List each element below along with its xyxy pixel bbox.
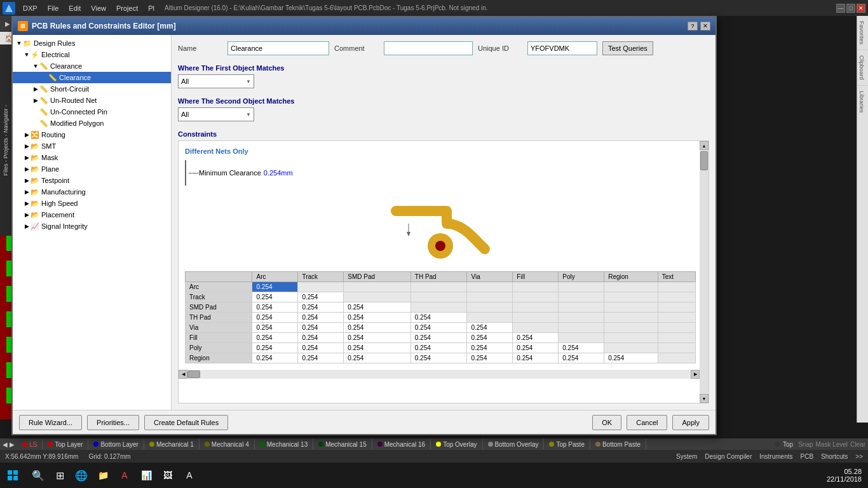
h-scroll-track[interactable] [187, 370, 691, 379]
layer-tab-bottom[interactable]: Bottom Layer [88, 439, 144, 449]
table-cell[interactable] [604, 282, 658, 292]
tree-clearance-item[interactable]: 📏 Clearance [13, 72, 171, 83]
table-cell[interactable] [467, 313, 513, 323]
table-cell[interactable]: 0.254 [298, 302, 344, 313]
table-cell[interactable] [298, 282, 344, 292]
table-cell[interactable]: 0.254 [559, 353, 604, 363]
table-cell[interactable]: 0.254 [252, 343, 298, 353]
table-cell[interactable]: 0.254 [467, 323, 513, 333]
table-cell[interactable] [410, 292, 467, 302]
layer-tab-mech4[interactable]: Mechanical 4 [200, 439, 255, 449]
first-object-dropdown[interactable]: All ▼ [178, 74, 254, 88]
tree-electrical[interactable]: ▼ ⚡ Electrical [13, 49, 171, 60]
v-scroll-thumb[interactable] [700, 151, 708, 170]
h-scroll-left-btn[interactable]: ◀ [179, 370, 187, 379]
start-button[interactable] [0, 463, 25, 488]
layer-tab-ls[interactable]: ■ LS [17, 439, 43, 449]
taskbar-edge[interactable]: 🌐 [71, 465, 92, 485]
table-cell[interactable] [604, 302, 658, 313]
layer-tab-botoverlay[interactable]: Bottom Overlay [483, 439, 545, 449]
table-cell[interactable]: 0.254 [410, 323, 467, 333]
table-cell[interactable]: 0.254 [252, 282, 298, 292]
table-cell[interactable] [559, 333, 604, 343]
table-cell[interactable] [658, 282, 695, 292]
table-cell[interactable] [604, 313, 658, 323]
taskbar-search[interactable]: 🔍 [28, 465, 48, 485]
tree-modified-polygon[interactable]: 📏 Modified Polygon [13, 118, 171, 129]
tree-manufacturing[interactable]: ▶ 📂 Manufacturing [13, 186, 171, 198]
favorites-panel[interactable]: Favorites [857, 16, 868, 50]
table-cell[interactable] [658, 302, 695, 313]
table-cell[interactable]: 0.254 [604, 353, 658, 363]
table-cell[interactable] [410, 302, 467, 313]
table-cell[interactable] [604, 323, 658, 333]
table-cell[interactable]: 0.254 [344, 333, 410, 343]
tree-smt[interactable]: ▶ 📂 SMT [13, 140, 171, 152]
tree-mask[interactable]: ▶ 📂 Mask [13, 152, 171, 163]
menu-project[interactable]: Project [111, 0, 143, 16]
table-cell[interactable] [513, 313, 559, 323]
table-cell[interactable]: 0.254 [467, 353, 513, 363]
ok-btn[interactable]: OK [592, 415, 621, 430]
menu-edit[interactable]: Edit [64, 0, 86, 16]
table-cell[interactable] [658, 343, 695, 353]
libraries-panel[interactable]: Libraries [857, 86, 868, 118]
tree-plane[interactable]: ▶ 📂 Plane [13, 163, 171, 175]
table-cell[interactable]: 0.254 [410, 353, 467, 363]
table-cell[interactable]: 0.254 [252, 333, 298, 343]
system-btn[interactable]: System [676, 453, 697, 460]
more-btn[interactable]: >> [855, 453, 863, 460]
menu-pl[interactable]: Pl [143, 0, 159, 16]
design-compiler-btn[interactable]: Design Compiler [705, 453, 752, 460]
dialog-close-btn[interactable]: ✕ [700, 22, 710, 30]
priorities-btn[interactable]: Priorities... [87, 415, 139, 430]
table-cell[interactable] [658, 313, 695, 323]
table-cell[interactable]: 0.254 [298, 313, 344, 323]
table-cell[interactable]: 0.254 [252, 323, 298, 333]
h-scroll-right-btn[interactable]: ▶ [691, 370, 700, 379]
comment-input[interactable] [384, 41, 473, 55]
taskbar-app-6[interactable]: 📊 [136, 465, 156, 485]
table-cell[interactable]: 0.254 [298, 292, 344, 302]
taskbar-altium[interactable]: A [114, 465, 135, 485]
tree-placement[interactable]: ▶ 📂 Placement [13, 209, 171, 220]
win-minimize[interactable]: — [836, 4, 845, 13]
table-cell[interactable] [559, 292, 604, 302]
table-cell[interactable] [604, 333, 658, 343]
tree-root[interactable]: ▼ 📁 Design Rules [13, 37, 171, 49]
table-cell[interactable] [604, 292, 658, 302]
cancel-btn[interactable]: Cancel [627, 415, 667, 430]
table-cell[interactable]: 0.254 [513, 333, 559, 343]
table-cell[interactable]: 0.254 [252, 313, 298, 323]
table-cell[interactable]: 0.254 [559, 343, 604, 353]
layer-tab-mech16[interactable]: Mechanical 16 [372, 439, 431, 449]
table-cell[interactable] [658, 333, 695, 343]
table-cell[interactable] [559, 302, 604, 313]
table-cell[interactable]: 0.254 [513, 343, 559, 353]
table-cell[interactable] [604, 343, 658, 353]
instruments-btn[interactable]: Instruments [759, 453, 792, 460]
shortcuts-btn[interactable]: Shortcuts [821, 453, 848, 460]
table-cell[interactable] [658, 353, 695, 363]
create-default-btn[interactable]: Create Default Rules [144, 415, 228, 430]
tree-unconnected-pin[interactable]: 📏 Un-Connected Pin [13, 106, 171, 118]
table-cell[interactable] [658, 323, 695, 333]
tree-signal-integrity[interactable]: ▶ 📈 Signal Integrity [13, 220, 171, 232]
rule-wizard-btn[interactable]: Rule Wizard... [19, 415, 82, 430]
layer-nav-left[interactable]: ◀ ▶ [0, 441, 17, 448]
table-cell[interactable]: 0.254 [410, 333, 467, 343]
table-cell[interactable]: 0.254 [344, 302, 410, 313]
scroll-up-btn[interactable]: ▲ [700, 141, 709, 150]
layer-tab-mech13[interactable]: Mechanical 13 [255, 439, 313, 449]
tree-short-circuit[interactable]: ▶ 📏 Short-Circuit [13, 83, 171, 95]
table-cell[interactable] [559, 282, 604, 292]
scroll-down-btn[interactable]: ▼ [700, 394, 709, 403]
table-cell[interactable]: 0.254 [252, 292, 298, 302]
taskbar-taskview[interactable]: ⊞ [50, 465, 70, 485]
tree-high-speed[interactable]: ▶ 📂 High Speed [13, 198, 171, 209]
table-cell[interactable] [513, 292, 559, 302]
second-object-dropdown[interactable]: All ▼ [178, 107, 254, 121]
layer-tab-mech15[interactable]: Mechanical 15 [313, 439, 372, 449]
table-cell[interactable] [344, 292, 410, 302]
table-cell[interactable] [513, 282, 559, 292]
